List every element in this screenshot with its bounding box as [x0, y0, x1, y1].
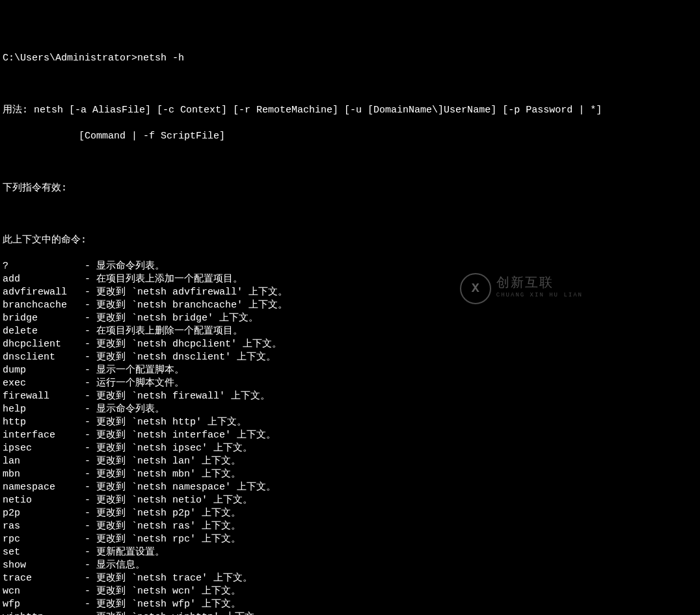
command-desc: - 更改到 `netsh lan' 上下文。 — [85, 455, 241, 468]
command-row: lan- 更改到 `netsh lan' 上下文。 — [3, 455, 697, 468]
command-name: lan — [3, 455, 85, 468]
command-desc: - 更改到 `netsh advfirewall' 上下文。 — [85, 286, 288, 299]
command-name: mbn — [3, 468, 85, 481]
command-row: ?- 显示命令列表。 — [3, 260, 697, 273]
command-name: firewall — [3, 390, 85, 403]
command-name: ras — [3, 520, 85, 533]
command-row: namespace- 更改到 `netsh namespace' 上下文。 — [3, 481, 697, 494]
command-name: add — [3, 273, 85, 286]
command-name: p2p — [3, 507, 85, 520]
command-name: trace — [3, 572, 85, 585]
command-row: mbn- 更改到 `netsh mbn' 上下文。 — [3, 468, 697, 481]
command-name: dump — [3, 364, 85, 377]
command-desc: - 更改到 `netsh firewall' 上下文。 — [85, 390, 270, 403]
command-desc: - 更改到 `netsh wcn' 上下文。 — [85, 585, 241, 598]
command-name: interface — [3, 429, 85, 442]
command-desc: - 显示一个配置脚本。 — [85, 364, 184, 377]
command-row: dump- 显示一个配置脚本。 — [3, 364, 697, 377]
command-row: add- 在项目列表上添加一个配置项目。 — [3, 273, 697, 286]
command-row: trace- 更改到 `netsh trace' 上下文。 — [3, 572, 697, 585]
command-name: delete — [3, 325, 85, 338]
command-desc: - 在项目列表上删除一个配置项目。 — [85, 325, 243, 338]
command-list: ?- 显示命令列表。add- 在项目列表上添加一个配置项目。advfirewal… — [3, 260, 697, 615]
command-row: netio- 更改到 `netsh netio' 上下文。 — [3, 494, 697, 507]
command-name: rpc — [3, 533, 85, 546]
usage-line-1: 用法: netsh [-a AliasFile] [-c Context] [-… — [3, 104, 697, 117]
command-desc: - 更改到 `netsh trace' 上下文。 — [85, 572, 252, 585]
command-name: ? — [3, 260, 85, 273]
prompt-line-1: C:\Users\Administrator>netsh -h — [3, 52, 697, 65]
command-desc: - 更改到 `netsh dnsclient' 上下文。 — [85, 351, 276, 364]
command-name: dhcpclient — [3, 338, 85, 351]
command-text: netsh -h — [137, 53, 184, 64]
command-desc: - 更改到 `netsh namespace' 上下文。 — [85, 481, 276, 494]
command-name: branchcache — [3, 299, 85, 312]
command-name: http — [3, 416, 85, 429]
command-desc: - 更改到 `netsh ipsec' 上下文。 — [85, 442, 252, 455]
command-desc: - 更改到 `netsh rpc' 上下文。 — [85, 533, 241, 546]
prompt-text: C:\Users\Administrator> — [3, 53, 137, 64]
command-name: advfirewall — [3, 286, 85, 299]
command-name: netio — [3, 494, 85, 507]
command-name: ipsec — [3, 442, 85, 455]
command-row: p2p- 更改到 `netsh p2p' 上下文。 — [3, 507, 697, 520]
command-row: dhcpclient- 更改到 `netsh dhcpclient' 上下文。 — [3, 338, 697, 351]
command-desc: - 更改到 `netsh dhcpclient' 上下文。 — [85, 338, 282, 351]
command-desc: - 更新配置设置。 — [85, 546, 165, 559]
command-desc: - 更改到 `netsh wfp' 上下文。 — [85, 598, 241, 611]
command-desc: - 显示命令列表。 — [85, 260, 165, 273]
command-desc: - 更改到 `netsh netio' 上下文。 — [85, 494, 252, 507]
command-row: set- 更新配置设置。 — [3, 546, 697, 559]
command-row: delete- 在项目列表上删除一个配置项目。 — [3, 325, 697, 338]
command-desc: - 更改到 `netsh http' 上下文。 — [85, 416, 247, 429]
context-header: 此上下文中的命令: — [3, 234, 697, 247]
command-row: exec- 运行一个脚本文件。 — [3, 377, 697, 390]
command-row: show- 显示信息。 — [3, 559, 697, 572]
command-desc: - 在项目列表上添加一个配置项目。 — [85, 273, 243, 286]
blank-line — [3, 208, 697, 221]
command-desc: - 显示信息。 — [85, 559, 145, 572]
command-name: help — [3, 403, 85, 416]
command-row: wfp- 更改到 `netsh wfp' 上下文。 — [3, 598, 697, 611]
command-name: show — [3, 559, 85, 572]
command-row: firewall- 更改到 `netsh firewall' 上下文。 — [3, 390, 697, 403]
usage-label: 用法: — [3, 105, 34, 116]
blank-line — [3, 156, 697, 169]
command-row: rpc- 更改到 `netsh rpc' 上下文。 — [3, 533, 697, 546]
command-row: winhttp- 更改到 `netsh winhttp' 上下文。 — [3, 611, 697, 615]
command-row: advfirewall- 更改到 `netsh advfirewall' 上下文… — [3, 286, 697, 299]
command-desc: - 更改到 `netsh winhttp' 上下文。 — [85, 611, 264, 615]
command-desc: - 更改到 `netsh interface' 上下文。 — [85, 429, 276, 442]
command-row: ras- 更改到 `netsh ras' 上下文。 — [3, 520, 697, 533]
command-row: branchcache- 更改到 `netsh branchcache' 上下文… — [3, 299, 697, 312]
command-row: help- 显示命令列表。 — [3, 403, 697, 416]
command-row: wcn- 更改到 `netsh wcn' 上下文。 — [3, 585, 697, 598]
command-name: set — [3, 546, 85, 559]
terminal-output[interactable]: { "prompt1": "C:\\Users\\Administrator>"… — [0, 0, 700, 615]
command-row: bridge- 更改到 `netsh bridge' 上下文。 — [3, 312, 697, 325]
command-name: wfp — [3, 598, 85, 611]
blank-line — [3, 78, 697, 91]
command-row: http- 更改到 `netsh http' 上下文。 — [3, 416, 697, 429]
command-desc: - 显示命令列表。 — [85, 403, 165, 416]
command-name: exec — [3, 377, 85, 390]
command-row: interface- 更改到 `netsh interface' 上下文。 — [3, 429, 697, 442]
command-desc: - 更改到 `netsh p2p' 上下文。 — [85, 507, 241, 520]
command-row: ipsec- 更改到 `netsh ipsec' 上下文。 — [3, 442, 697, 455]
command-desc: - 更改到 `netsh branchcache' 上下文。 — [85, 299, 288, 312]
usage-text-1: netsh [-a AliasFile] [-c Context] [-r Re… — [34, 105, 602, 116]
command-desc: - 运行一个脚本文件。 — [85, 377, 184, 390]
command-name: dnsclient — [3, 351, 85, 364]
command-name: wcn — [3, 585, 85, 598]
usage-line-2: [Command | -f ScriptFile] — [3, 130, 697, 143]
command-row: dnsclient- 更改到 `netsh dnsclient' 上下文。 — [3, 351, 697, 364]
valid-header: 下列指令有效: — [3, 182, 697, 195]
command-desc: - 更改到 `netsh ras' 上下文。 — [85, 520, 241, 533]
command-desc: - 更改到 `netsh bridge' 上下文。 — [85, 312, 258, 325]
command-name: winhttp — [3, 611, 85, 615]
command-name: namespace — [3, 481, 85, 494]
command-name: bridge — [3, 312, 85, 325]
command-desc: - 更改到 `netsh mbn' 上下文。 — [85, 468, 241, 481]
